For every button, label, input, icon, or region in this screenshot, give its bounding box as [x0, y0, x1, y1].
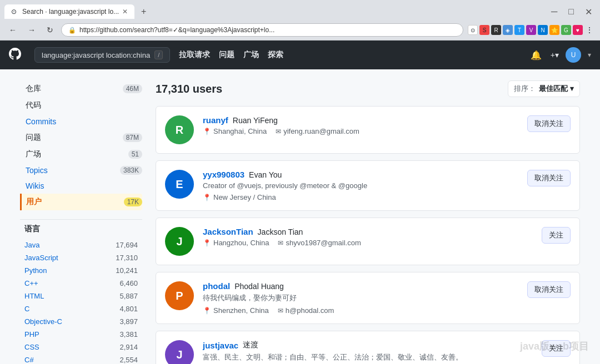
lock-icon: 🔒: [68, 27, 76, 34]
user-login[interactable]: phodal: [203, 281, 230, 291]
ext-icon-3[interactable]: R: [491, 25, 501, 35]
email-text: yifeng.ruan@gmail.com: [283, 127, 359, 135]
follow-button-phodal[interactable]: 取消关注: [527, 281, 571, 298]
sidebar-item-users[interactable]: 用户 17K: [20, 194, 142, 210]
user-info-jacksontian: JacksonTian Jackson Tian 📍 Hangzhou, Chi…: [203, 227, 533, 247]
refresh-button[interactable]: ↻: [43, 23, 57, 37]
sidebar-label-repos: 仓库: [26, 84, 41, 94]
ext-icon-7[interactable]: N: [538, 25, 548, 35]
ext-icon-more[interactable]: ⋮: [584, 25, 594, 35]
user-avatar-phodal[interactable]: P: [165, 281, 194, 310]
sort-dropdown[interactable]: 排序： 最佳匹配 ▾: [508, 80, 580, 97]
lang-item-php[interactable]: PHP 3,381: [20, 328, 142, 341]
github-search-bar[interactable]: language:javascript location:china /: [34, 47, 170, 63]
ext-icon-2[interactable]: S: [479, 25, 489, 35]
sidebar-item-code[interactable]: 代码: [20, 97, 142, 114]
address-bar[interactable]: 🔒 https://github.com/search?utf8=✓&q=lan…: [61, 23, 463, 37]
sidebar-item-wikis[interactable]: Wikis: [20, 178, 142, 194]
location-icon: 📍: [203, 194, 211, 201]
follow-button-ruanyf[interactable]: 取消关注: [527, 115, 571, 132]
lang-item-objc[interactable]: Objective-C 3,897: [20, 315, 142, 328]
lang-item-c[interactable]: C 4,801: [20, 302, 142, 315]
lang-count-c: 4,801: [119, 305, 138, 313]
ext-icon-1[interactable]: ⊙: [468, 25, 478, 35]
sidebar-item-repos[interactable]: 仓库 46M: [20, 80, 142, 97]
follow-button-justjavac[interactable]: 关注: [542, 340, 571, 357]
ext-icon-6[interactable]: V: [526, 25, 536, 35]
user-email: ✉ shyvo1987@gmail.com: [278, 239, 361, 247]
create-new-button[interactable]: +▾: [551, 50, 559, 59]
lang-item-java[interactable]: Java 17,694: [20, 239, 142, 251]
user-avatar-yyx990803[interactable]: E: [165, 170, 194, 199]
user-bio: Creator of @vuejs, previously @meteor & …: [203, 181, 518, 190]
lang-item-html[interactable]: HTML 5,887: [20, 290, 142, 302]
location-text: Shanghai, China: [213, 127, 267, 135]
user-avatar-jacksontian[interactable]: J: [165, 227, 194, 256]
ext-icon-10[interactable]: ♥: [573, 25, 583, 35]
user-name-row: ruanyf Ruan YiFeng: [203, 115, 518, 125]
user-name-row: JacksonTian Jackson Tian: [203, 227, 533, 236]
nav-marketplace[interactable]: 广场: [243, 50, 259, 60]
avatar-letter: R: [165, 115, 194, 144]
results-area: 17,310 users 排序： 最佳匹配 ▾ R ruanyf Ruan Yi…: [156, 80, 580, 364]
user-login[interactable]: ruanyf: [203, 115, 228, 125]
user-name-row: yyx990803 Evan You: [203, 170, 518, 179]
user-avatar[interactable]: U: [566, 47, 581, 63]
ext-icon-5[interactable]: T: [514, 25, 524, 35]
back-button[interactable]: ←: [6, 23, 20, 37]
lang-item-javascript[interactable]: JavaScript 17,310: [20, 251, 142, 264]
user-login[interactable]: justjavac: [203, 341, 238, 350]
tab-label: Search · language:javascript lo...: [22, 8, 119, 16]
user-avatar-ruanyf[interactable]: R: [165, 115, 194, 144]
lang-item-css[interactable]: CSS 2,914: [20, 341, 142, 353]
lang-name-csharp: C#: [24, 356, 34, 364]
user-meta: 📍 Shanghai, China ✉ yifeng.ruan@gmail.co…: [203, 127, 518, 135]
user-login[interactable]: yyx990803: [203, 170, 244, 179]
avatar-dropdown-icon[interactable]: ▾: [588, 51, 591, 59]
github-logo[interactable]: [9, 48, 21, 63]
lang-item-python[interactable]: Python 10,241: [20, 264, 142, 277]
nav-pull-requests[interactable]: 拉取请求: [179, 50, 210, 60]
browser-title-bar: ⊙ Search · language:javascript lo... ✕ +…: [0, 0, 600, 20]
ext-icon-8[interactable]: ⭐: [549, 25, 559, 35]
user-location: 📍 New Jersey / China: [203, 193, 276, 201]
user-info-yyx990803: yyx990803 Evan You Creator of @vuejs, pr…: [203, 170, 518, 201]
user-avatar-justjavac[interactable]: J: [165, 340, 194, 364]
sidebar-label-commits: Commits: [26, 117, 56, 126]
lang-item-cpp[interactable]: C++ 6,460: [20, 277, 142, 290]
new-tab-button[interactable]: +: [137, 3, 151, 20]
email-icon: ✉: [276, 128, 281, 135]
nav-explore[interactable]: 探索: [268, 50, 283, 60]
sidebar-item-issues[interactable]: 问题 87M: [20, 129, 142, 146]
avatar-letter: J: [165, 340, 194, 364]
follow-button-jacksontian[interactable]: 关注: [542, 227, 571, 244]
maximize-button[interactable]: □: [565, 6, 577, 18]
sidebar: 仓库 46M 代码 Commits 问题 87M 广场 51: [20, 80, 142, 364]
user-full-name: 迷渡: [243, 340, 258, 350]
language-filter-section: 语言 Java 17,694 JavaScript 17,310 Python …: [20, 219, 142, 364]
sidebar-item-commits[interactable]: Commits: [20, 114, 142, 129]
github-header-actions: 🔔 +▾ U ▾: [528, 47, 591, 63]
lang-name-html: HTML: [24, 292, 44, 300]
email-text: h@phodal.com: [286, 306, 334, 315]
ext-icon-9[interactable]: G: [561, 25, 571, 35]
minimize-button[interactable]: ─: [548, 6, 561, 18]
tab-close-button[interactable]: ✕: [122, 8, 128, 16]
main-container: 仓库 46M 代码 Commits 问题 87M 广场 51: [11, 69, 589, 364]
sidebar-item-marketplace[interactable]: 广场 51: [20, 146, 142, 163]
follow-button-yyx990803[interactable]: 取消关注: [527, 170, 571, 186]
nav-issues[interactable]: 问题: [219, 50, 234, 60]
sidebar-label-topics: Topics: [26, 166, 48, 175]
lang-count-html: 5,887: [119, 292, 138, 300]
notifications-button[interactable]: 🔔: [528, 48, 544, 63]
forward-button[interactable]: →: [24, 23, 39, 37]
lang-name-php: PHP: [24, 330, 39, 338]
close-button[interactable]: ✕: [582, 6, 596, 18]
lang-item-csharp[interactable]: C# 2,554: [20, 353, 142, 364]
sidebar-item-topics[interactable]: Topics 383K: [20, 163, 142, 178]
user-login[interactable]: JacksonTian: [203, 227, 253, 236]
browser-tab[interactable]: ⊙ Search · language:javascript lo... ✕: [4, 4, 134, 19]
ext-icon-4[interactable]: ◈: [503, 25, 513, 35]
window-controls: ─ □ ✕: [548, 6, 596, 18]
avatar-letter: E: [165, 170, 194, 199]
